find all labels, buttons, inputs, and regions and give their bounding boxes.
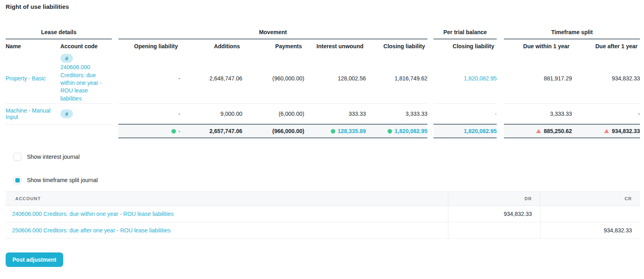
due-within-1-year-value: 3,333.33 [504, 103, 572, 124]
col-account-code: Account code [60, 39, 112, 53]
rou-liabilities-table: Lease details Movement Per trial balance… [6, 29, 640, 138]
col-additions: Additions [180, 39, 242, 53]
total-closing-liability: 1,820,082.95 [366, 124, 427, 138]
journal-account-link[interactable]: 240606.000 Creditors: due within one yea… [12, 211, 174, 217]
checkbox-unchecked-icon[interactable] [13, 153, 21, 161]
checkbox-label: Show timeframe split journal [27, 177, 98, 183]
journal-col-cr: CR [540, 192, 640, 206]
total-due-after-1-year: 934,832.33 [572, 124, 640, 138]
tb-closing-liability-link[interactable]: 1,820,082.95 [464, 75, 497, 82]
col-tb-closing-liability: Closing liability [433, 39, 497, 53]
payments-value: (960,000.00) [242, 53, 304, 103]
closing-liability-value: 3,333.33 [366, 103, 427, 124]
reconciled-dot-icon [331, 129, 335, 133]
reconciled-dot-icon [388, 129, 392, 133]
totals-row: - 2,657,747.06 (966,000.00) 128,335.89 1… [6, 124, 640, 138]
tb-closing-liability-value: 1,820,082.95 [433, 53, 497, 103]
col-opening-liability: Opening liability [118, 39, 180, 53]
journal-account-cell: 240606.000 Creditors: due within one yea… [6, 206, 448, 222]
lease-name-cell: Machine - Manual Input [6, 103, 60, 124]
due-within-1-year-value: 881,917.29 [504, 53, 572, 103]
journal-row: 240606.000 Creditors: due within one yea… [6, 206, 640, 222]
account-hash-icon: # [60, 54, 73, 63]
show-interest-journal-toggle[interactable]: Show interest journal [13, 153, 638, 161]
journal-account-cell: 250606.000 Creditors: due after one year… [6, 222, 448, 239]
col-closing-liability: Closing liability [366, 39, 427, 53]
post-adjustment-button[interactable]: Post adjustment [6, 252, 63, 267]
total-payments: (966,000.00) [242, 124, 304, 138]
lease-row-machine-manual-input: Machine - Manual Input # - 9,000.00 (6,0… [6, 103, 640, 124]
rou-liabilities-page: Right of use liabilities Lease details M… [0, 0, 644, 267]
journal-account-link[interactable]: 250606.000 Creditors: due after one year… [12, 227, 171, 234]
journal-cr-value: 934,832.33 [540, 222, 640, 239]
due-after-1-year-value: - [572, 103, 640, 124]
journal-header-row: ACCOUNT DR CR [6, 192, 640, 206]
journal-col-account: ACCOUNT [6, 192, 448, 206]
payments-value: (6,000.00) [242, 103, 304, 124]
show-timeframe-split-journal-toggle[interactable]: Show timeframe split journal [13, 176, 638, 184]
journal-dr-value: 934,832.33 [448, 206, 540, 222]
account-hash-icon[interactable]: # [60, 109, 73, 118]
account-code-link[interactable]: 240606.000 Creditors: due within one yea… [60, 64, 104, 103]
checkbox-checked-icon[interactable] [13, 176, 21, 184]
total-interest-unwound: 128,335.89 [304, 124, 366, 138]
journal-toggles: Show interest journal Show timeframe spl… [13, 153, 638, 184]
group-movement: Movement [118, 29, 427, 39]
col-payments: Payments [242, 39, 304, 53]
account-code-cell: # 240606.000 Creditors: due within one y… [60, 53, 112, 103]
due-after-1-year-value: 934,832.33 [572, 53, 640, 103]
column-header-row: Name Account code Opening liability Addi… [6, 39, 640, 53]
lease-row-property-basic: Property - Basic # 240606.000 Creditors:… [6, 53, 640, 103]
col-name: Name [6, 39, 60, 53]
total-opening-liability: - [118, 124, 180, 138]
warning-triangle-icon [536, 129, 541, 133]
additions-value: 2,648,747.06 [180, 53, 242, 103]
interest-unwound-value: 128,002.56 [304, 53, 366, 103]
tb-closing-total-link[interactable]: 1,820,082.95 [464, 128, 497, 134]
opening-liability-value: - [118, 103, 180, 124]
group-per-trial-balance: Per trial balance [433, 29, 497, 39]
total-tb-closing-liability: 1,820,082.95 [433, 124, 497, 138]
lease-name-cell: Property - Basic [6, 53, 60, 103]
interest-unwound-value: 333.33 [304, 103, 366, 124]
account-code-cell: # [60, 103, 112, 124]
journal-dr-value [448, 222, 540, 239]
col-interest-unwound: Interest unwound [304, 39, 366, 53]
journal-cr-value [540, 206, 640, 222]
col-due-within-1-year: Due within 1 year [504, 39, 572, 53]
timeframe-split-journal-table: ACCOUNT DR CR 240606.000 Creditors: due … [6, 191, 640, 239]
lease-name-link[interactable]: Machine - Manual Input [6, 107, 50, 120]
reconciled-dot-icon [171, 129, 176, 133]
group-header-row: Lease details Movement Per trial balance… [6, 29, 640, 39]
group-timeframe-split: Timeframe split [504, 29, 640, 39]
closing-liability-value: 1,816,749.62 [366, 53, 427, 103]
journal-row: 250606.000 Creditors: due after one year… [6, 222, 640, 239]
tb-closing-liability-link[interactable]: - [495, 111, 497, 117]
page-title: Right of use liabilities [6, 3, 638, 10]
total-additions: 2,657,747.06 [180, 124, 242, 138]
warning-triangle-icon [604, 129, 609, 133]
additions-value: 9,000.00 [180, 103, 242, 124]
total-due-within-1-year: 885,250.62 [504, 124, 572, 138]
journal-col-dr: DR [448, 192, 540, 206]
group-lease-details: Lease details [6, 29, 112, 39]
lease-name-link[interactable]: Property - Basic [6, 75, 46, 82]
col-due-after-1-year: Due after 1 year [572, 39, 640, 53]
opening-liability-value: - [118, 53, 180, 103]
checkbox-label: Show interest journal [27, 154, 80, 160]
tb-closing-liability-value: - [433, 103, 497, 124]
